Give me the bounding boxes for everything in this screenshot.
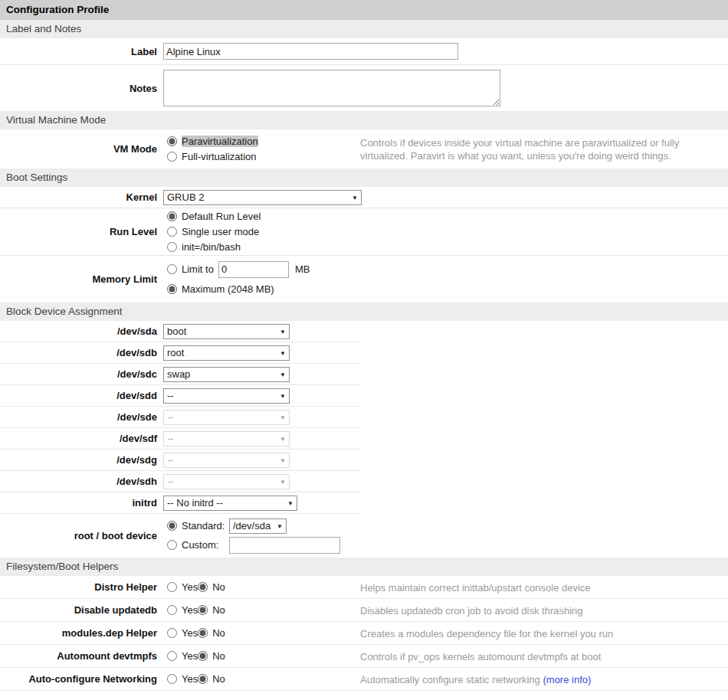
paravirtualization-radio[interactable] (167, 136, 177, 146)
device-sdf-select[interactable]: -- (163, 431, 290, 446)
automount-devtmpfs-no-label[interactable]: No (212, 650, 225, 662)
disable-updatedb-row: Disable updatedb Yes No Disables updated… (0, 599, 728, 622)
custom-root-device-radio-label[interactable]: Custom: (182, 539, 229, 551)
section-header-label-notes: Label and Notes (0, 20, 728, 38)
distro-helper-yes-radio[interactable] (167, 582, 177, 592)
label-field-label: Label (0, 46, 157, 57)
modules-dep-yes-radio[interactable] (167, 628, 177, 638)
auto-networking-help-text: Automatically configure static networkin… (360, 672, 709, 685)
initrd-select[interactable]: -- No initrd -- (163, 496, 297, 511)
section-header-boot-settings: Boot Settings (0, 168, 728, 187)
device-row-sdf: /dev/sdf -- ▼ (0, 428, 360, 450)
label-row: Label (0, 38, 728, 65)
page-title: Configuration Profile (0, 0, 728, 20)
device-sda-label: /dev/sda (0, 325, 157, 337)
limit-to-radio-label[interactable]: Limit to (182, 263, 214, 275)
automount-devtmpfs-help-text: Controls if pv_ops kernels automount dev… (360, 649, 709, 662)
auto-networking-yes-radio[interactable] (167, 674, 177, 684)
paravirtualization-radio-label[interactable]: Paravirtualization (182, 136, 258, 147)
device-sdf-label: /dev/sdf (0, 433, 157, 444)
initrd-row: initrd -- No initrd -- ▼ (0, 492, 360, 514)
automount-devtmpfs-yes-label[interactable]: Yes (182, 650, 198, 662)
modules-dep-yes-label[interactable]: Yes (182, 627, 198, 639)
more-info-link[interactable]: (more info) (543, 673, 591, 685)
device-sdb-label: /dev/sdb (0, 347, 157, 358)
device-sdc-select[interactable]: swap (163, 367, 290, 382)
disable-updatedb-yes-label[interactable]: Yes (182, 604, 198, 616)
vm-mode-help-text: Controls if devices inside your virtual … (360, 136, 709, 162)
device-row-sdd: /dev/sdd -- ▼ (0, 385, 360, 407)
limit-to-radio[interactable] (167, 264, 177, 274)
maximum-memory-radio[interactable] (167, 284, 177, 294)
modules-dep-no-label[interactable]: No (212, 627, 225, 639)
custom-root-device-input[interactable] (229, 537, 340, 554)
init-bin-bash-radio-label[interactable]: init=/bin/bash (182, 241, 241, 253)
device-sde-select[interactable]: -- (163, 410, 290, 425)
automount-devtmpfs-yes-radio[interactable] (167, 651, 177, 661)
disable-updatedb-no-label[interactable]: No (212, 604, 225, 616)
distro-helper-yes-label[interactable]: Yes (182, 581, 198, 593)
kernel-label: Kernel (0, 191, 157, 203)
modules-dep-no-radio[interactable] (198, 628, 208, 638)
default-run-level-radio[interactable] (167, 211, 177, 221)
single-user-mode-radio[interactable] (167, 227, 177, 237)
initrd-label: initrd (0, 497, 157, 509)
automount-devtmpfs-no-radio[interactable] (198, 651, 208, 661)
run-level-row: Run Level Default Run Level Single user … (0, 208, 728, 256)
custom-root-device-radio[interactable] (167, 540, 177, 550)
memory-limit-label: Memory Limit (0, 273, 157, 285)
disable-updatedb-label: Disable updatedb (0, 604, 157, 616)
kernel-select[interactable]: GRUB 2 (163, 190, 362, 205)
auto-networking-yes-label[interactable]: Yes (182, 673, 198, 685)
modules-dep-help-text: Creates a modules dependency file for th… (360, 626, 709, 639)
disable-updatedb-yes-radio[interactable] (167, 605, 177, 615)
modules-dep-helper-label: modules.dep Helper (0, 627, 157, 639)
auto-configure-networking-label: Auto-configure Networking (0, 673, 157, 685)
modules-dep-helper-row: modules.dep Helper Yes No Creates a modu… (0, 622, 728, 645)
device-sdd-label: /dev/sdd (0, 390, 157, 401)
device-sda-select[interactable]: boot (163, 324, 290, 339)
run-level-label: Run Level (0, 226, 157, 237)
distro-helper-no-label[interactable]: No (212, 581, 225, 593)
device-sdc-label: /dev/sdc (0, 368, 157, 380)
distro-helper-row: Distro Helper Yes No Helps maintain corr… (0, 576, 728, 599)
distro-helper-no-radio[interactable] (198, 582, 208, 592)
standard-root-device-radio[interactable] (167, 521, 177, 531)
section-header-vm-mode: Virtual Machine Mode (0, 111, 728, 129)
distro-helper-label: Distro Helper (0, 581, 157, 593)
init-bin-bash-radio[interactable] (167, 242, 177, 252)
auto-networking-no-label[interactable]: No (212, 673, 225, 685)
device-sdh-label: /dev/sdh (0, 476, 157, 487)
device-sdh-select[interactable]: -- (163, 474, 290, 489)
memory-limit-row: Memory Limit Limit to MB Maximum (2048 M… (0, 256, 728, 303)
automount-devtmpfs-label: Automount devtmpfs (0, 650, 157, 662)
notes-field-label: Notes (0, 83, 157, 94)
root-boot-device-label: root / boot device (0, 530, 157, 541)
auto-networking-no-radio[interactable] (198, 674, 208, 684)
label-input[interactable] (163, 43, 458, 60)
device-sdb-select[interactable]: root (163, 345, 290, 361)
default-run-level-radio-label[interactable]: Default Run Level (182, 211, 261, 222)
notes-row: Notes (0, 65, 728, 111)
section-header-block-devices: Block Device Assignment (0, 303, 728, 321)
device-sdg-select[interactable]: -- (163, 453, 290, 468)
kernel-row: Kernel GRUB 2 ▼ (0, 187, 728, 208)
maximum-memory-radio-label[interactable]: Maximum (2048 MB) (182, 283, 274, 295)
device-row-sdc: /dev/sdc swap ▼ (0, 364, 360, 385)
memory-limit-input[interactable] (218, 261, 289, 278)
automount-devtmpfs-row: Automount devtmpfs Yes No Controls if pv… (0, 645, 728, 668)
standard-root-device-select[interactable]: /dev/sda (229, 518, 287, 534)
full-virtualization-radio-label[interactable]: Full-virtualization (182, 151, 257, 162)
device-sde-label: /dev/sde (0, 411, 157, 423)
standard-root-device-radio-label[interactable]: Standard: (182, 520, 229, 532)
full-virtualization-radio[interactable] (167, 152, 177, 162)
notes-textarea[interactable] (163, 70, 500, 106)
disable-updatedb-help-text: Disables updatedb cron job to avoid disk… (360, 604, 709, 617)
device-sdd-select[interactable]: -- (163, 388, 290, 404)
device-row-sdb: /dev/sdb root ▼ (0, 342, 360, 364)
distro-helper-help-text: Helps maintain correct inittab/upstart c… (360, 581, 709, 594)
disable-updatedb-no-radio[interactable] (198, 605, 208, 615)
device-row-sda: /dev/sda boot ▼ (0, 321, 360, 342)
single-user-mode-radio-label[interactable]: Single user mode (182, 226, 259, 237)
root-boot-device-row: root / boot device Standard: /dev/sda ▼ … (0, 514, 728, 558)
